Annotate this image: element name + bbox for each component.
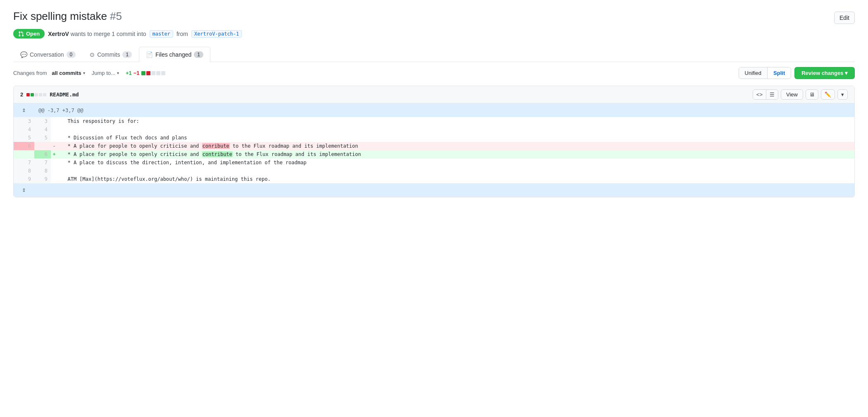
monitor-icon: 🖥 [809,91,815,98]
hunk-header-text: @@ -3,7 +3,7 @@ [38,108,83,113]
diff-bar [141,71,165,75]
line-num-old-del: 6 [14,142,34,150]
rich-view-button[interactable]: ☰ [766,90,778,99]
pr-title-text: Fix spelling mistake [13,10,107,22]
from-text: from [176,31,188,37]
pr-number: #5 [110,10,122,22]
line-content-add: * A place for people to openly criticise… [57,150,854,158]
line-num-new: 4 [34,125,51,134]
line-num-old: 5 [14,134,34,142]
code-view-button[interactable]: <> [753,90,766,99]
line-num-new: 5 [34,134,51,142]
pr-open-icon [18,31,24,37]
stat-additions: +1 [126,70,132,76]
line-sign [51,158,57,167]
file-bar-n2 [39,93,42,96]
commits-icon: ⊙ [90,51,95,58]
table-row: 3 3 This respository is for: [14,117,854,125]
tab-conversation[interactable]: 💬 Conversation 0 [13,47,83,62]
line-num-old: 9 [14,175,34,183]
file-bar-n3 [43,93,46,96]
table-row-deleted: 6 - * A place for people to openly criti… [14,142,854,150]
unified-view-button[interactable]: Unified [739,67,768,79]
expand-top-icon[interactable]: ⇕ [14,103,34,117]
jump-to-label: Jump to... [92,70,115,76]
diff-bar-neutral-2 [156,71,160,75]
table-row: 4 4 [14,125,854,134]
line-content [57,125,854,134]
edit-button[interactable]: Edit [834,12,855,24]
line-content [57,167,854,175]
line-sign-add: + [51,150,57,158]
line-sign-del: - [51,142,57,150]
file-bar-n1 [35,93,38,96]
line-num-old: 8 [14,167,34,175]
view-toggle: Unified Split [739,67,792,79]
diff-bar-del [146,71,150,75]
compare-branch-tag: XertroV-patch-1 [191,30,242,38]
tab-conversation-label: Conversation [30,51,64,58]
line-num-old: 3 [14,117,34,125]
tab-commits-count: 1 [122,51,132,58]
tab-conversation-count: 0 [67,51,76,58]
tab-files-changed-count: 1 [194,51,203,58]
stat-deletions: −1 [134,70,140,76]
jump-to-caret: ▾ [117,71,119,75]
pr-meta: Open XertroV wants to merge 1 commit int… [13,29,855,38]
file-mini-bar [26,93,46,96]
line-sign [51,175,57,183]
tab-commits[interactable]: ⊙ Commits 1 [83,47,139,62]
line-num-new: 9 [34,175,51,183]
status-label: Open [26,31,40,37]
pr-action-text: wants to merge 1 commit into [71,31,146,37]
file-bar-del [26,93,30,96]
diff-stats: +1 −1 [126,70,165,76]
pr-title: Fix spelling mistake #5 [13,10,122,23]
diff-bar-neutral-3 [161,71,165,75]
diff-table: ⇕ @@ -3,7 +3,7 @@ 3 3 This respository i… [14,103,854,197]
expand-bottom-cell [34,183,854,197]
more-options-button[interactable]: ▾ [837,89,848,100]
files-changed-icon: 📄 [146,51,153,58]
split-view-button[interactable]: Split [768,67,791,79]
view-mode-toggle: <> ☰ [753,89,778,100]
review-changes-button[interactable]: Review changes ▾ [794,67,855,79]
diff-file-header-left: 2 README.md [20,91,79,98]
line-num-new-del [34,142,51,150]
table-row: 9 9 ATM [Max](https://voteflux.org/about… [14,175,854,183]
filename: README.md [50,91,79,98]
expand-bottom-icon[interactable]: ⇕ [14,183,34,197]
line-num-old: 4 [14,125,34,134]
diff-bar-neutral-1 [151,71,155,75]
line-num-new: 8 [34,167,51,175]
line-num-old-add [14,150,34,158]
highlight-add: contribute [202,151,233,157]
diff-bar-add [141,71,145,75]
changes-from-label: Changes from [13,70,47,76]
table-row-added: 6 + * A place for people to openly criti… [14,150,854,158]
file-change-count: 2 [20,91,23,98]
conversation-icon: 💬 [20,51,27,58]
line-sign [51,167,57,175]
doc-icon: ☰ [770,91,775,98]
changes-from-dropdown[interactable]: Changes from all commits ▾ [13,70,85,76]
tabs-nav: 💬 Conversation 0 ⊙ Commits 1 📄 Files cha… [13,47,855,62]
chevron-down-icon: ▾ [841,91,844,98]
file-bar-add [31,93,34,96]
expand-icon: ⇕ [22,106,26,114]
display-mode-button[interactable]: 🖥 [806,89,818,100]
line-content: * Discussion of Flux tech docs and plans [57,134,854,142]
diff-file-header: 2 README.md <> ☰ View 🖥 [14,86,854,103]
line-num-new: 3 [34,117,51,125]
view-file-button[interactable]: View [781,89,803,100]
table-row: 8 8 [14,167,854,175]
line-sign [51,125,57,134]
jump-to-dropdown[interactable]: Jump to... ▾ [92,70,119,76]
tab-files-changed-label: Files changed [155,51,191,58]
edit-file-button[interactable]: ✏️ [821,89,835,100]
toolbar-left: Changes from all commits ▾ Jump to... ▾ … [13,70,165,76]
changes-from-value: all commits [52,70,81,76]
pencil-icon: ✏️ [825,91,831,98]
line-num-new: 7 [34,158,51,167]
tab-files-changed[interactable]: 📄 Files changed 1 [139,47,210,62]
